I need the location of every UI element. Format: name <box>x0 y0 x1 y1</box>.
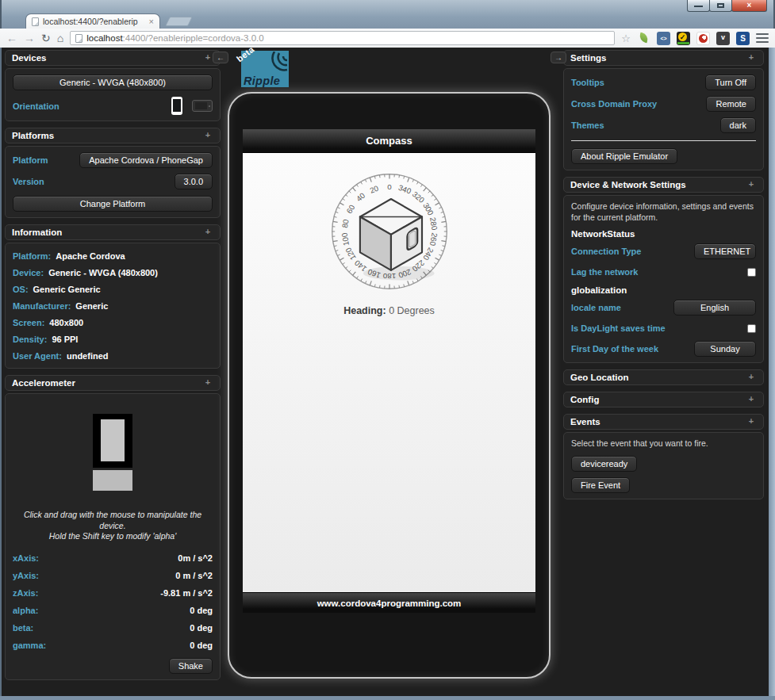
config-header: Config + <box>563 392 764 407</box>
platforms-body: Platform Apache Cordova / PhoneGap Versi… <box>5 146 221 218</box>
section-title: Config <box>570 395 599 404</box>
section-title: Geo Location <box>570 373 628 382</box>
accelerometer-section: Accelerometer + Click and drag with the … <box>5 375 221 680</box>
fire-event-button[interactable]: Fire Event <box>571 477 630 493</box>
back-icon[interactable]: ← <box>6 33 17 44</box>
daylight-row: Is DayLight saves time <box>571 321 756 335</box>
extension-devtools-icon[interactable]: <> <box>657 32 670 45</box>
compass-dial[interactable]: 0204060801001201401601802002202402602803… <box>324 166 455 297</box>
event-select[interactable]: deviceready <box>571 456 637 472</box>
network-status-group: NetworkStatus <box>571 229 756 239</box>
daylight-checkbox[interactable] <box>747 324 756 333</box>
device-base <box>93 470 132 491</box>
bookmark-star-icon[interactable]: ☆ <box>621 33 631 44</box>
section-title: Accelerometer <box>12 378 75 388</box>
browser-menu-icon[interactable] <box>756 33 769 43</box>
close-button[interactable]: × <box>731 0 767 12</box>
orientation-row: Orientation <box>13 97 213 115</box>
move-icon[interactable]: + <box>202 52 213 63</box>
url-page-icon <box>75 34 82 43</box>
extension-checkmark-icon[interactable]: ✓ <box>677 32 690 45</box>
accelerometer-axis-row: xAxis:0m / s^2 <box>13 553 213 563</box>
window-frame-right <box>769 48 775 700</box>
window-frame-bottom <box>0 696 775 700</box>
info-value: Generic Generic <box>33 285 101 294</box>
window-controls: × <box>688 0 767 12</box>
lag-network-label: Lag the network <box>571 267 638 277</box>
accelerometer-instructions: Click and drag with the mouse to manipul… <box>13 510 213 542</box>
information-body: Platform:Apache Cordova Device:Generic -… <box>5 243 221 369</box>
page-favicon <box>32 17 39 26</box>
version-row: Version 3.0.0 <box>13 174 213 189</box>
collapse-right-panel-button[interactable]: → <box>551 52 566 63</box>
move-icon[interactable]: + <box>746 416 757 427</box>
events-header: Events + <box>563 414 764 430</box>
connection-type-select[interactable]: ETHERNET <box>694 243 756 259</box>
move-icon[interactable]: + <box>746 179 757 190</box>
platform-select[interactable]: Apache Cordova / PhoneGap <box>79 152 213 168</box>
setting-label: Tooltips <box>571 78 604 87</box>
app-title-bar: Compass <box>243 129 535 153</box>
shake-row: Shake <box>13 658 213 674</box>
lag-network-checkbox[interactable] <box>747 268 756 277</box>
address-bar[interactable]: localhost:4400/?enableripple=cordova-3.0… <box>70 31 615 45</box>
accelerometer-axis-row: alpha:0 deg <box>13 606 213 615</box>
move-icon[interactable]: + <box>746 394 757 405</box>
axis-value: 0 deg <box>190 623 213 633</box>
section-title: Device & Network Settings <box>570 180 686 189</box>
change-platform-button[interactable]: Change Platform <box>13 196 213 212</box>
setting-button[interactable]: Remote <box>706 96 756 112</box>
first-day-select[interactable]: Sunday <box>694 341 756 357</box>
move-icon[interactable]: + <box>746 372 757 383</box>
right-panel: Settings + TooltipsTurn Off Cross Domain… <box>563 50 764 499</box>
extension-s-icon[interactable]: S <box>736 32 750 45</box>
tab-close-icon[interactable]: × <box>149 17 154 26</box>
phone-screen: Compass 02040608010012014016018020022024… <box>243 129 535 613</box>
move-icon[interactable]: + <box>202 377 213 388</box>
locale-select[interactable]: English <box>673 300 756 316</box>
setting-button[interactable]: Turn Off <box>705 75 756 90</box>
title-bar: × localhost:4400/?enablerip × <box>0 0 775 29</box>
move-icon[interactable]: + <box>202 227 213 238</box>
shake-button[interactable]: Shake <box>169 658 213 674</box>
accelerometer-axis-row: zAxis:-9.81 m / s^2 <box>13 588 213 598</box>
move-icon[interactable]: + <box>746 52 757 63</box>
section-title: Platforms <box>12 131 54 140</box>
reload-icon[interactable]: ↻ <box>41 33 51 44</box>
info-value: Apache Cordova <box>56 251 125 261</box>
config-section: Config + <box>563 392 764 407</box>
extension-pdf-icon[interactable] <box>696 32 710 45</box>
home-icon[interactable]: ⌂ <box>57 33 63 44</box>
accelerometer-axis-row: beta:0 deg <box>13 623 213 633</box>
accelerometer-device-graphic[interactable] <box>93 414 132 491</box>
version-select[interactable]: 3.0.0 <box>175 174 213 189</box>
svg-text:260: 260 <box>428 232 439 247</box>
forward-icon[interactable]: → <box>24 33 35 44</box>
settings-row: Cross Domain ProxyRemote <box>571 96 756 112</box>
ripple-logo-text: Ripple <box>244 75 280 87</box>
svg-text:60: 60 <box>344 203 356 215</box>
collapse-left-panel-button[interactable]: ← <box>213 52 228 63</box>
extension-pocket-icon[interactable]: v <box>716 32 730 45</box>
extension-leaf-icon[interactable] <box>637 32 650 45</box>
maximize-button[interactable] <box>709 0 732 12</box>
landscape-icon[interactable] <box>192 100 213 112</box>
new-tab-button[interactable] <box>165 17 193 26</box>
device-screen <box>101 419 125 461</box>
setting-button[interactable]: dark <box>720 117 756 133</box>
platforms-header: Platforms + <box>5 128 221 143</box>
events-section: Events + Select the event that you want … <box>563 414 764 499</box>
url-path: :4400/?enableripple=cordova-3.0.0 <box>123 33 264 43</box>
about-ripple-button[interactable]: About Ripple Emulator <box>571 148 677 164</box>
close-icon: × <box>732 1 766 10</box>
axis-label: alpha: <box>13 606 38 615</box>
minimize-button[interactable] <box>687 0 710 12</box>
move-icon[interactable]: + <box>202 130 213 141</box>
divider <box>571 140 756 141</box>
device-select[interactable]: Generic - WVGA (480x800) <box>13 75 213 90</box>
connection-type-row: Connection Type ETHERNET <box>571 243 756 259</box>
info-row: Density:96 PPI <box>13 332 213 346</box>
browser-tab[interactable]: localhost:4400/?enablerip × <box>25 13 160 29</box>
geo-location-section: Geo Location + <box>563 369 764 385</box>
portrait-icon[interactable] <box>171 97 182 115</box>
